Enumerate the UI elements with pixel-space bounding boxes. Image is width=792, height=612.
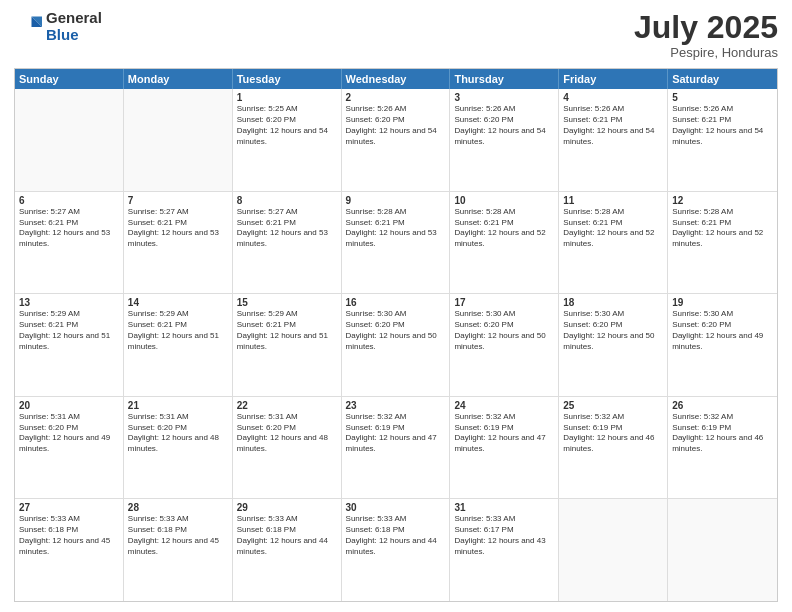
day-number: 31 (454, 502, 554, 513)
calendar-cell (668, 499, 777, 601)
cell-info: Sunrise: 5:30 AM Sunset: 6:20 PM Dayligh… (672, 309, 773, 352)
cell-info: Sunrise: 5:26 AM Sunset: 6:21 PM Dayligh… (563, 104, 663, 147)
day-number: 27 (19, 502, 119, 513)
calendar-cell: 28Sunrise: 5:33 AM Sunset: 6:18 PM Dayli… (124, 499, 233, 601)
calendar-cell: 7Sunrise: 5:27 AM Sunset: 6:21 PM Daylig… (124, 192, 233, 294)
calendar-cell: 25Sunrise: 5:32 AM Sunset: 6:19 PM Dayli… (559, 397, 668, 499)
day-number: 17 (454, 297, 554, 308)
month-title: July 2025 (634, 10, 778, 45)
calendar-cell: 27Sunrise: 5:33 AM Sunset: 6:18 PM Dayli… (15, 499, 124, 601)
calendar-cell: 18Sunrise: 5:30 AM Sunset: 6:20 PM Dayli… (559, 294, 668, 396)
cell-info: Sunrise: 5:29 AM Sunset: 6:21 PM Dayligh… (19, 309, 119, 352)
cell-info: Sunrise: 5:27 AM Sunset: 6:21 PM Dayligh… (237, 207, 337, 250)
cell-info: Sunrise: 5:26 AM Sunset: 6:20 PM Dayligh… (346, 104, 446, 147)
calendar-cell: 26Sunrise: 5:32 AM Sunset: 6:19 PM Dayli… (668, 397, 777, 499)
cell-info: Sunrise: 5:28 AM Sunset: 6:21 PM Dayligh… (346, 207, 446, 250)
day-number: 29 (237, 502, 337, 513)
logo-blue: Blue (46, 27, 102, 44)
calendar-row: 20Sunrise: 5:31 AM Sunset: 6:20 PM Dayli… (15, 397, 777, 500)
day-number: 4 (563, 92, 663, 103)
day-number: 23 (346, 400, 446, 411)
day-number: 9 (346, 195, 446, 206)
title-block: July 2025 Pespire, Honduras (634, 10, 778, 60)
cell-info: Sunrise: 5:31 AM Sunset: 6:20 PM Dayligh… (237, 412, 337, 455)
day-number: 7 (128, 195, 228, 206)
cell-info: Sunrise: 5:26 AM Sunset: 6:21 PM Dayligh… (672, 104, 773, 147)
day-number: 20 (19, 400, 119, 411)
cell-info: Sunrise: 5:31 AM Sunset: 6:20 PM Dayligh… (128, 412, 228, 455)
cell-info: Sunrise: 5:31 AM Sunset: 6:20 PM Dayligh… (19, 412, 119, 455)
location-subtitle: Pespire, Honduras (634, 45, 778, 60)
weekday-header: Tuesday (233, 69, 342, 89)
calendar-cell: 13Sunrise: 5:29 AM Sunset: 6:21 PM Dayli… (15, 294, 124, 396)
day-number: 3 (454, 92, 554, 103)
day-number: 12 (672, 195, 773, 206)
calendar-cell: 8Sunrise: 5:27 AM Sunset: 6:21 PM Daylig… (233, 192, 342, 294)
weekday-header: Saturday (668, 69, 777, 89)
cell-info: Sunrise: 5:27 AM Sunset: 6:21 PM Dayligh… (19, 207, 119, 250)
weekday-header: Wednesday (342, 69, 451, 89)
calendar-cell: 4Sunrise: 5:26 AM Sunset: 6:21 PM Daylig… (559, 89, 668, 191)
calendar-cell: 24Sunrise: 5:32 AM Sunset: 6:19 PM Dayli… (450, 397, 559, 499)
calendar-cell: 1Sunrise: 5:25 AM Sunset: 6:20 PM Daylig… (233, 89, 342, 191)
cell-info: Sunrise: 5:32 AM Sunset: 6:19 PM Dayligh… (672, 412, 773, 455)
calendar-cell: 20Sunrise: 5:31 AM Sunset: 6:20 PM Dayli… (15, 397, 124, 499)
cell-info: Sunrise: 5:28 AM Sunset: 6:21 PM Dayligh… (454, 207, 554, 250)
cell-info: Sunrise: 5:25 AM Sunset: 6:20 PM Dayligh… (237, 104, 337, 147)
day-number: 13 (19, 297, 119, 308)
cell-info: Sunrise: 5:28 AM Sunset: 6:21 PM Dayligh… (672, 207, 773, 250)
weekday-header: Monday (124, 69, 233, 89)
calendar-cell: 5Sunrise: 5:26 AM Sunset: 6:21 PM Daylig… (668, 89, 777, 191)
day-number: 22 (237, 400, 337, 411)
calendar-row: 13Sunrise: 5:29 AM Sunset: 6:21 PM Dayli… (15, 294, 777, 397)
calendar-cell: 16Sunrise: 5:30 AM Sunset: 6:20 PM Dayli… (342, 294, 451, 396)
cell-info: Sunrise: 5:27 AM Sunset: 6:21 PM Dayligh… (128, 207, 228, 250)
cell-info: Sunrise: 5:33 AM Sunset: 6:18 PM Dayligh… (128, 514, 228, 557)
calendar-body: 1Sunrise: 5:25 AM Sunset: 6:20 PM Daylig… (15, 89, 777, 601)
day-number: 5 (672, 92, 773, 103)
calendar-cell: 11Sunrise: 5:28 AM Sunset: 6:21 PM Dayli… (559, 192, 668, 294)
calendar-row: 27Sunrise: 5:33 AM Sunset: 6:18 PM Dayli… (15, 499, 777, 601)
logo-text: General Blue (46, 10, 102, 43)
calendar-cell (15, 89, 124, 191)
calendar-cell: 12Sunrise: 5:28 AM Sunset: 6:21 PM Dayli… (668, 192, 777, 294)
cell-info: Sunrise: 5:26 AM Sunset: 6:20 PM Dayligh… (454, 104, 554, 147)
calendar-header: SundayMondayTuesdayWednesdayThursdayFrid… (15, 69, 777, 89)
logo-general: General (46, 10, 102, 27)
calendar: SundayMondayTuesdayWednesdayThursdayFrid… (14, 68, 778, 602)
day-number: 14 (128, 297, 228, 308)
day-number: 10 (454, 195, 554, 206)
day-number: 24 (454, 400, 554, 411)
calendar-cell: 9Sunrise: 5:28 AM Sunset: 6:21 PM Daylig… (342, 192, 451, 294)
cell-info: Sunrise: 5:33 AM Sunset: 6:18 PM Dayligh… (19, 514, 119, 557)
calendar-cell: 21Sunrise: 5:31 AM Sunset: 6:20 PM Dayli… (124, 397, 233, 499)
calendar-cell: 23Sunrise: 5:32 AM Sunset: 6:19 PM Dayli… (342, 397, 451, 499)
calendar-cell: 17Sunrise: 5:30 AM Sunset: 6:20 PM Dayli… (450, 294, 559, 396)
day-number: 26 (672, 400, 773, 411)
calendar-cell: 31Sunrise: 5:33 AM Sunset: 6:17 PM Dayli… (450, 499, 559, 601)
cell-info: Sunrise: 5:29 AM Sunset: 6:21 PM Dayligh… (128, 309, 228, 352)
day-number: 30 (346, 502, 446, 513)
header: General Blue July 2025 Pespire, Honduras (14, 10, 778, 60)
cell-info: Sunrise: 5:32 AM Sunset: 6:19 PM Dayligh… (563, 412, 663, 455)
cell-info: Sunrise: 5:30 AM Sunset: 6:20 PM Dayligh… (563, 309, 663, 352)
day-number: 28 (128, 502, 228, 513)
cell-info: Sunrise: 5:30 AM Sunset: 6:20 PM Dayligh… (346, 309, 446, 352)
day-number: 19 (672, 297, 773, 308)
day-number: 11 (563, 195, 663, 206)
logo-icon (14, 13, 42, 41)
calendar-cell: 14Sunrise: 5:29 AM Sunset: 6:21 PM Dayli… (124, 294, 233, 396)
calendar-row: 6Sunrise: 5:27 AM Sunset: 6:21 PM Daylig… (15, 192, 777, 295)
calendar-cell: 22Sunrise: 5:31 AM Sunset: 6:20 PM Dayli… (233, 397, 342, 499)
calendar-cell (559, 499, 668, 601)
day-number: 21 (128, 400, 228, 411)
logo: General Blue (14, 10, 102, 43)
day-number: 16 (346, 297, 446, 308)
calendar-row: 1Sunrise: 5:25 AM Sunset: 6:20 PM Daylig… (15, 89, 777, 192)
weekday-header: Friday (559, 69, 668, 89)
day-number: 1 (237, 92, 337, 103)
day-number: 18 (563, 297, 663, 308)
day-number: 15 (237, 297, 337, 308)
cell-info: Sunrise: 5:28 AM Sunset: 6:21 PM Dayligh… (563, 207, 663, 250)
page: General Blue July 2025 Pespire, Honduras… (0, 0, 792, 612)
